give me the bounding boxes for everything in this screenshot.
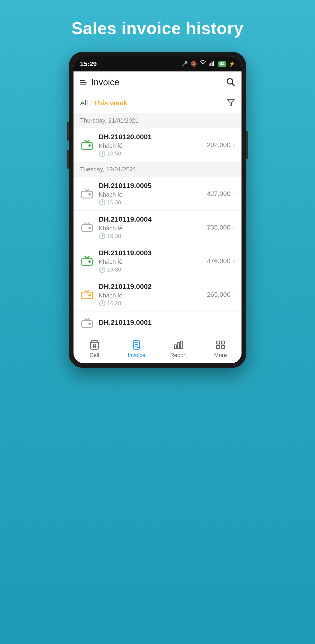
time-value: 16:30 — [107, 266, 121, 273]
nav-item-sell[interactable]: Sell — [73, 335, 115, 363]
side-button-2 — [67, 150, 69, 168]
clock-icon: 🕐 — [99, 266, 106, 273]
chevron-right-icon: › — [233, 291, 235, 298]
svg-rect-19 — [175, 345, 176, 349]
wallet-icon — [80, 288, 94, 302]
filter-button[interactable] — [227, 98, 235, 108]
page-header: Sales invoice history — [0, 0, 315, 52]
list-item[interactable]: DH.210120.0001 Khách lẻ 🕐 10:50 292,000 … — [73, 128, 242, 162]
status-icons: 🎤 🔕 44 ⚡ — [182, 60, 235, 68]
svg-rect-21 — [181, 341, 182, 349]
chevron-right-icon: › — [233, 224, 235, 231]
search-button[interactable] — [226, 77, 235, 87]
app-header: Invoice — [73, 72, 242, 93]
wallet-icon — [80, 187, 94, 201]
invoice-details: DH.210119.0003 Khách lẻ 🕐 16:30 — [99, 249, 207, 273]
svg-rect-24 — [221, 341, 225, 344]
filter-all: All — [80, 99, 88, 107]
date-label-1: Thursday, 21/01/2021 — [80, 117, 139, 124]
list-item[interactable]: DH.210119.0002 Khách lẻ 🕐 16:28 265,000 … — [73, 278, 242, 312]
invoice-customer: Khách lẻ — [99, 225, 207, 232]
mute-icon: 🔕 — [191, 61, 197, 67]
svg-rect-25 — [217, 346, 220, 349]
app-title: Invoice — [91, 77, 226, 87]
battery-level: 44 — [218, 61, 226, 67]
date-group-header: Thursday, 21/01/2021 — [73, 113, 242, 128]
invoice-list: Thursday, 21/01/2021 DH.210120.0001 Khác… — [73, 113, 242, 335]
time-value: 16:30 — [107, 199, 121, 206]
side-button-3 — [246, 131, 248, 159]
invoice-customer: Khách lẻ — [99, 191, 207, 198]
invoice-details: DH.210120.0001 Khách lẻ 🕐 10:50 — [99, 133, 207, 157]
invoice-amount: 265,000 — [207, 291, 230, 298]
nav-item-invoice[interactable]: Invoice — [115, 335, 157, 363]
svg-rect-20 — [178, 343, 179, 349]
svg-point-9 — [89, 227, 90, 228]
svg-rect-26 — [221, 346, 225, 349]
nav-label-report: Report — [170, 352, 187, 358]
list-item[interactable]: DH.210119.0004 Khách lẻ 🕐 16:30 735,000 … — [73, 210, 242, 244]
nav-item-report[interactable]: Report — [157, 335, 200, 363]
svg-rect-1 — [210, 63, 211, 66]
chevron-right-icon: › — [233, 257, 235, 265]
invoice-time: 🕐 16:30 — [99, 266, 207, 273]
svg-point-11 — [89, 294, 90, 296]
page-bg-title: Sales invoice history — [9, 19, 306, 38]
svg-point-7 — [89, 144, 90, 146]
svg-point-8 — [89, 193, 90, 195]
svg-rect-2 — [212, 62, 213, 66]
invoice-amount: 292,000 — [207, 141, 230, 149]
invoice-customer: Khách lẻ — [99, 258, 207, 266]
clock-icon: 🕐 — [99, 150, 106, 157]
clock-icon: 🕐 — [99, 199, 106, 206]
wallet-icon — [80, 316, 94, 330]
filter-sep: : — [90, 99, 94, 107]
wallet-icon — [80, 220, 94, 234]
menu-button[interactable] — [80, 80, 87, 84]
phone-screen: 15:29 🎤 🔕 44 ⚡ — [73, 56, 242, 363]
nav-label-sell: Sell — [90, 352, 99, 358]
invoice-amount: 476,000 — [207, 257, 230, 265]
status-time: 15:29 — [80, 60, 97, 68]
menu-line-1 — [80, 80, 85, 81]
nav-label-invoice: Invoice — [128, 352, 145, 358]
invoice-number: DH.210119.0004 — [99, 215, 207, 223]
invoice-time: 🕐 16:28 — [99, 300, 207, 306]
clock-icon: 🕐 — [99, 233, 106, 239]
invoice-time: 🕐 16:30 — [99, 199, 207, 206]
time-value: 16:28 — [107, 300, 121, 306]
nav-label-more: More — [214, 352, 227, 358]
invoice-details: DH.210119.0001 — [99, 318, 235, 328]
list-item[interactable]: DH.210119.0005 Khách lẻ 🕐 16:30 427,000 … — [73, 177, 242, 210]
chevron-right-icon: › — [233, 141, 235, 149]
invoice-time: 🕐 10:50 — [99, 150, 207, 157]
mic-icon: 🎤 — [182, 61, 188, 67]
invoice-details: DH.210119.0004 Khách lẻ 🕐 16:30 — [99, 215, 207, 239]
nav-item-more[interactable]: More — [200, 335, 242, 363]
invoice-number: DH.210120.0001 — [99, 133, 207, 141]
signal-icon — [209, 61, 216, 67]
phone-mockup: 15:29 🎤 🔕 44 ⚡ — [69, 52, 246, 368]
list-item[interactable]: DH.210119.0001 — [73, 312, 242, 335]
invoice-customer: Khách lẻ — [99, 142, 207, 150]
invoice-amount: 427,000 — [207, 190, 230, 198]
filter-label[interactable]: All : This week — [80, 99, 127, 107]
svg-point-10 — [89, 260, 90, 262]
status-bar: 15:29 🎤 🔕 44 ⚡ — [73, 56, 242, 72]
svg-point-12 — [89, 323, 90, 324]
time-value: 16:30 — [107, 233, 121, 239]
clock-icon: 🕐 — [99, 300, 106, 306]
invoice-number: DH.210119.0001 — [99, 318, 235, 326]
svg-marker-6 — [227, 100, 234, 106]
charging-icon: ⚡ — [229, 61, 235, 67]
invoice-details: DH.210119.0002 Khách lẻ 🕐 16:28 — [99, 282, 207, 306]
invoice-time: 🕐 16:30 — [99, 233, 207, 239]
menu-line-2 — [80, 82, 87, 83]
filter-period: This week — [94, 99, 127, 107]
invoice-number: DH.210119.0005 — [99, 182, 207, 190]
wallet-icon — [80, 254, 94, 268]
date-label-2: Tuesday, 19/01/2021 — [80, 166, 136, 173]
wifi-icon — [200, 60, 206, 68]
list-item[interactable]: DH.210119.0003 Khách lẻ 🕐 16:30 476,000 … — [73, 244, 242, 278]
invoice-amount: 735,000 — [207, 224, 230, 231]
